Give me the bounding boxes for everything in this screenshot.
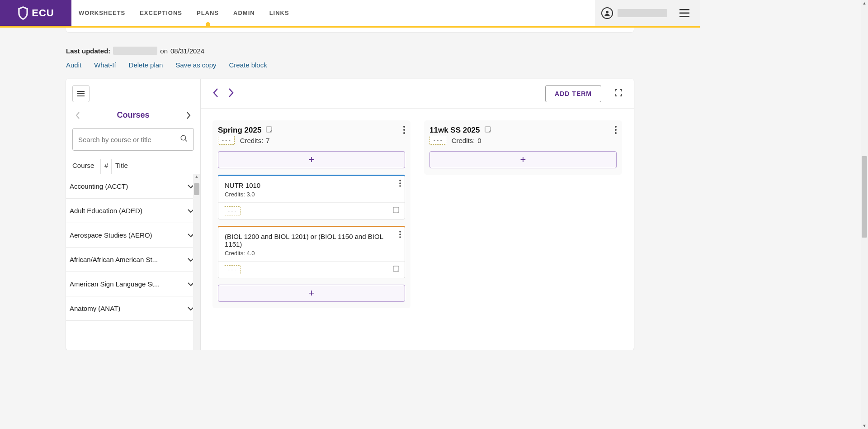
- term-menu[interactable]: [403, 126, 405, 136]
- course-card[interactable]: (BIOL 1200 and BIOL 1201) or (BIOL 1150 …: [218, 226, 405, 278]
- subject-row[interactable]: Anatomy (ANAT): [66, 296, 200, 321]
- course-title: (BIOL 1200 and BIOL 1201) or (BIOL 1150 …: [225, 233, 398, 248]
- subject-row[interactable]: American Sign Language St...: [66, 272, 200, 296]
- svg-rect-5: [77, 93, 85, 94]
- col-num[interactable]: #: [100, 159, 111, 174]
- svg-point-7: [181, 135, 186, 140]
- svg-point-19: [399, 236, 401, 238]
- svg-point-14: [399, 182, 401, 184]
- top-nav: ECU WORKSHEETS EXCEPTIONS PLANS ADMIN LI…: [0, 0, 700, 26]
- svg-point-13: [399, 180, 401, 181]
- last-updated-user-redacted: [113, 47, 157, 55]
- term-title: Spring 2025: [218, 126, 261, 135]
- terms-next[interactable]: [228, 88, 234, 100]
- search-icon[interactable]: [180, 134, 188, 144]
- term-title: 11wk SS 2025: [429, 126, 480, 135]
- course-credits: Credits: 3.0: [225, 191, 398, 198]
- action-create-block[interactable]: Create block: [229, 61, 267, 69]
- add-course-slot[interactable]: +: [429, 151, 617, 168]
- svg-point-18: [399, 234, 401, 235]
- col-course[interactable]: Course: [72, 159, 100, 174]
- nav-plans[interactable]: PLANS: [189, 0, 226, 26]
- action-delete-plan[interactable]: Delete plan: [129, 61, 163, 69]
- scroll-thumb[interactable]: [194, 183, 199, 195]
- terms-prev[interactable]: [212, 88, 219, 100]
- course-card-menu[interactable]: [399, 180, 401, 189]
- svg-point-22: [615, 126, 617, 128]
- action-audit[interactable]: Audit: [66, 61, 81, 69]
- shield-icon: [17, 6, 29, 20]
- nav-links: WORKSHEETS EXCEPTIONS PLANS ADMIN LINKS: [71, 0, 297, 26]
- svg-point-24: [615, 132, 617, 134]
- plan-actions: Audit What-If Delete plan Save as copy C…: [66, 61, 634, 69]
- last-updated-label: Last updated:: [66, 47, 110, 55]
- sidebar-column-headers: Course # Title: [72, 159, 194, 174]
- course-credits: Credits: 4.0: [225, 250, 398, 257]
- add-course-slot[interactable]: +: [218, 285, 405, 302]
- on-text: on: [160, 47, 168, 55]
- subject-row[interactable]: Aerospace Studies (AERO): [66, 223, 200, 248]
- sidebar-prev[interactable]: [73, 112, 82, 119]
- svg-point-23: [615, 129, 617, 131]
- sidebar-scrollbar[interactable]: ▲: [193, 174, 200, 350]
- course-card-menu[interactable]: [399, 231, 401, 240]
- add-term-button[interactable]: ADD TERM: [545, 85, 601, 102]
- svg-point-12: [403, 132, 405, 134]
- subject-row[interactable]: African/African American St...: [66, 248, 200, 272]
- term-status[interactable]: - - -: [429, 136, 446, 145]
- course-status[interactable]: - - -: [224, 265, 241, 274]
- col-title[interactable]: Title: [111, 159, 132, 174]
- svg-point-17: [399, 231, 401, 233]
- courses-sidebar: Courses Course # Title: [66, 79, 201, 350]
- note-icon[interactable]: [393, 266, 399, 274]
- svg-point-0: [606, 10, 609, 13]
- svg-point-15: [399, 185, 401, 187]
- action-save-as-copy[interactable]: Save as copy: [175, 61, 216, 69]
- terms-toolbar: ADD TERM: [201, 79, 634, 109]
- svg-rect-4: [77, 91, 85, 92]
- last-updated-date: 08/31/2024: [170, 47, 204, 55]
- course-search[interactable]: [72, 128, 194, 151]
- svg-rect-1: [679, 9, 689, 10]
- term-status[interactable]: - - -: [218, 136, 235, 145]
- action-whatif[interactable]: What-If: [94, 61, 116, 69]
- user-name-redacted: [618, 9, 667, 17]
- main-menu-icon[interactable]: [675, 9, 693, 17]
- expand-icon[interactable]: [615, 89, 622, 98]
- nav-admin[interactable]: ADMIN: [226, 0, 262, 26]
- svg-line-8: [185, 139, 187, 142]
- add-course-slot[interactable]: +: [218, 151, 405, 168]
- brand-logo[interactable]: ECU: [0, 0, 71, 26]
- nav-worksheets[interactable]: WORKSHEETS: [71, 0, 132, 26]
- terms-area: ADD TERM Spring 2025: [201, 79, 634, 350]
- course-card[interactable]: NUTR 1010 Credits: 3.0 - - -: [218, 175, 405, 219]
- svg-rect-3: [679, 16, 689, 17]
- brand-name: ECU: [32, 7, 54, 19]
- term-menu[interactable]: [615, 126, 617, 136]
- subject-row[interactable]: Adult Education (ADED): [66, 199, 200, 223]
- last-updated-row: Last updated: on 08/31/2024: [66, 47, 634, 55]
- search-input[interactable]: [78, 136, 180, 143]
- term-column-spring-2025: Spring 2025 - - - Credits: 7: [212, 120, 410, 308]
- main-panel: Courses Course # Title: [66, 79, 634, 350]
- collapsed-card-edge: [66, 28, 634, 32]
- user-area: [595, 0, 700, 26]
- course-status[interactable]: - - -: [224, 206, 241, 215]
- term-column-11wk-ss-2025: 11wk SS 2025 - - - Credits: 0: [424, 120, 622, 175]
- nav-exceptions[interactable]: EXCEPTIONS: [132, 0, 189, 26]
- sidebar-next[interactable]: [184, 112, 193, 119]
- terms-row: Spring 2025 - - - Credits: 7: [201, 109, 634, 320]
- avatar-icon[interactable]: [601, 7, 613, 19]
- subject-row[interactable]: Accounting (ACCT): [66, 174, 200, 199]
- scroll-up-icon[interactable]: ▲: [193, 174, 200, 179]
- sidebar-toggle[interactable]: [72, 85, 90, 102]
- note-icon[interactable]: [393, 207, 399, 215]
- nav-links-item[interactable]: LINKS: [262, 0, 297, 26]
- sidebar-title: Courses: [117, 110, 149, 120]
- subject-list[interactable]: Accounting (ACCT) Adult Education (ADED)…: [66, 174, 200, 350]
- note-icon[interactable]: [266, 126, 272, 134]
- term-credits: 7: [266, 137, 269, 144]
- svg-rect-6: [77, 95, 85, 96]
- note-icon[interactable]: [485, 126, 491, 134]
- course-title: NUTR 1010: [225, 181, 398, 189]
